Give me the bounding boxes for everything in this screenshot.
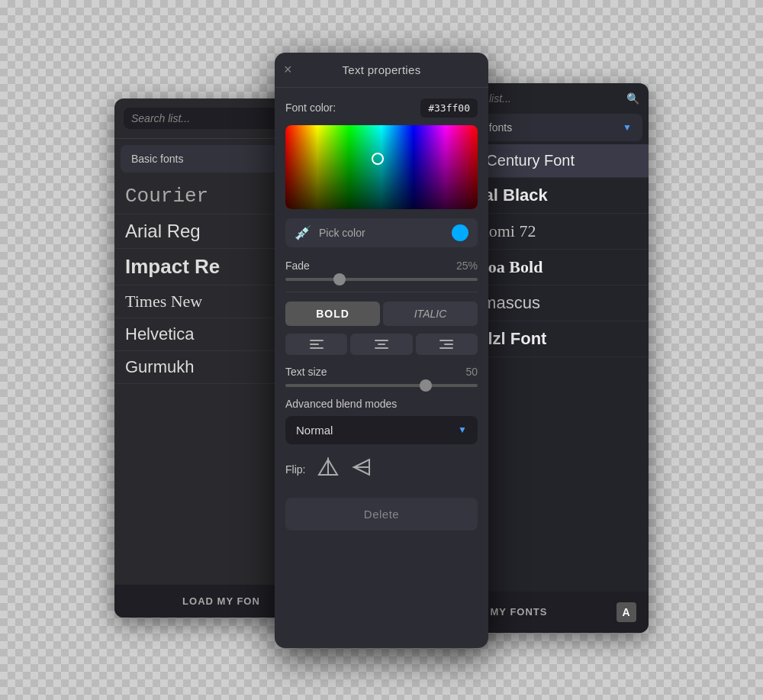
bold-button[interactable]: BOLD bbox=[285, 302, 380, 326]
color-swatch[interactable] bbox=[452, 224, 468, 241]
text-size-slider-container[interactable] bbox=[285, 384, 478, 387]
fade-slider-track[interactable] bbox=[285, 278, 478, 281]
flip-vertical-button[interactable] bbox=[351, 456, 375, 482]
advanced-blend-label: Advanced blend modes bbox=[285, 398, 478, 410]
text-size-label: Text size bbox=[285, 366, 327, 378]
text-properties-panel: × Text properties Font color: #33ff00 💉 … bbox=[275, 53, 488, 648]
font-icon-right: A bbox=[617, 602, 636, 622]
font-color-row: Font color: #33ff00 bbox=[285, 98, 478, 118]
close-button[interactable]: × bbox=[284, 63, 292, 76]
text-size-slider-track[interactable] bbox=[285, 384, 478, 387]
font-color-label: Font color: bbox=[285, 102, 336, 114]
blend-mode-dropdown[interactable]: Normal ▼ bbox=[285, 416, 478, 444]
align-left-button[interactable] bbox=[285, 334, 347, 355]
fade-value: 25% bbox=[456, 260, 478, 272]
flip-vertical-icon bbox=[351, 456, 375, 478]
flip-horizontal-button[interactable] bbox=[316, 456, 340, 482]
align-right-button[interactable] bbox=[416, 334, 478, 355]
align-left-icon bbox=[310, 340, 324, 349]
fade-row: Fade 25% bbox=[285, 260, 478, 272]
blend-mode-value: Normal bbox=[296, 424, 333, 437]
pick-color-row[interactable]: 💉 Pick color bbox=[285, 218, 478, 247]
dropdown-arrow-right: ▼ bbox=[623, 122, 632, 133]
align-right-icon bbox=[439, 340, 453, 349]
style-buttons-row: BOLD ITALIC bbox=[285, 302, 478, 326]
color-picker-cursor[interactable] bbox=[372, 153, 384, 165]
color-picker-overlay bbox=[285, 125, 478, 209]
divider-1 bbox=[285, 292, 478, 292]
font-color-value[interactable]: #33ff00 bbox=[420, 98, 478, 118]
search-icon-right[interactable]: 🔍 bbox=[626, 92, 639, 105]
align-center-button[interactable] bbox=[350, 334, 412, 355]
panel-title: Text properties bbox=[343, 63, 421, 76]
text-size-value: 50 bbox=[465, 366, 478, 378]
flip-horizontal-icon bbox=[316, 456, 340, 478]
svg-marker-4 bbox=[354, 467, 369, 475]
italic-button[interactable]: ITALIC bbox=[383, 302, 478, 326]
eyedropper-icon: 💉 bbox=[295, 224, 311, 241]
text-size-slider-thumb[interactable] bbox=[420, 379, 432, 392]
color-picker-gradient[interactable] bbox=[285, 125, 478, 209]
blend-mode-arrow-icon: ▼ bbox=[458, 424, 467, 435]
align-center-icon bbox=[375, 340, 388, 349]
flip-row: Flip: bbox=[285, 456, 478, 482]
fade-slider-container[interactable] bbox=[285, 278, 478, 281]
svg-marker-0 bbox=[319, 460, 328, 475]
category-label-left: Basic fonts bbox=[131, 153, 183, 165]
alignment-row bbox=[285, 334, 478, 355]
svg-marker-3 bbox=[354, 460, 369, 467]
panel-header: × Text properties bbox=[275, 53, 488, 88]
delete-button[interactable]: Delete bbox=[285, 498, 478, 531]
fade-label: Fade bbox=[285, 260, 310, 272]
flip-label: Flip: bbox=[285, 463, 305, 476]
text-size-row: Text size 50 bbox=[285, 366, 478, 378]
fade-slider-thumb[interactable] bbox=[333, 273, 346, 285]
pick-color-label: Pick color bbox=[319, 227, 444, 239]
svg-marker-1 bbox=[328, 460, 337, 475]
